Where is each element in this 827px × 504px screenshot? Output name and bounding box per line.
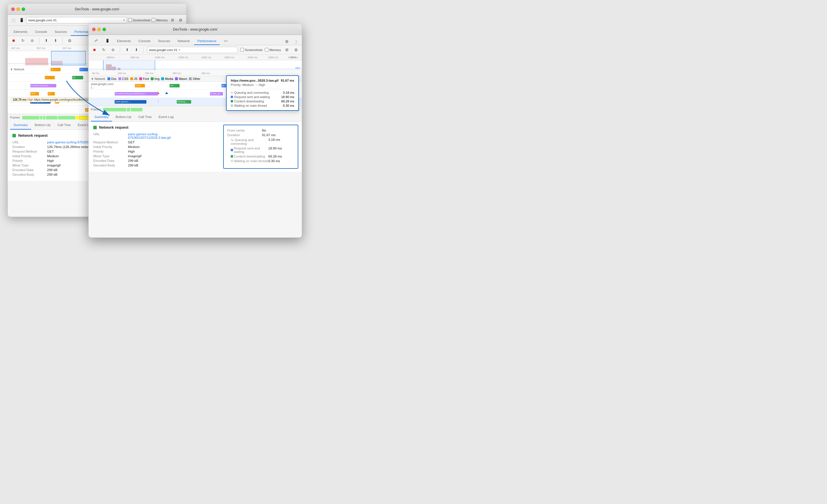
settings-icon-back[interactable]: ⚙ [177, 17, 184, 24]
memory-checkbox[interactable]: Memory [152, 18, 168, 22]
memory-checkbox-front[interactable]: Memory [265, 48, 281, 52]
front-bar-paris[interactable]: paris-games-... [115, 100, 146, 104]
inspect-icon[interactable]: ⬚ [10, 17, 17, 24]
url-value-front-2[interactable]: 6753651837110528.3-law.gif [128, 136, 171, 139]
title-bar-front: DevTools - www.google.com/ [89, 24, 302, 35]
frames-label-back: Frames [10, 116, 20, 119]
mime-value-front: image/gif [128, 154, 142, 158]
front-bar-mcdos[interactable]: m=cdos,hsm,jsa,mb4ZUb,d,c... [115, 92, 158, 96]
legend-css: CSS [118, 77, 129, 80]
record-icon-back[interactable]: ⏺ [10, 37, 17, 44]
tab-sources-back[interactable]: Sources [51, 28, 70, 36]
net-bar-cb[interactable]: cb... [72, 76, 83, 79]
ruler-2489: 2489 ms [201, 56, 211, 59]
tooltip-priority-front: Priority: Medium → High [231, 83, 294, 87]
encoded-value-back: 299 kB [47, 168, 57, 172]
sub-389: 389 ms [173, 72, 181, 75]
net-bar-af2[interactable]: AF2... [30, 92, 39, 96]
calltree-tab-back[interactable]: Call Tree [54, 121, 74, 129]
tab-inspect-front[interactable]: ☍ [91, 37, 101, 45]
network-icon[interactable]: ⊞ [169, 17, 176, 24]
address-bar-front[interactable]: www.google.com #1 ▾ [147, 47, 238, 53]
network-request-header-front: Network request [93, 125, 218, 129]
net-bar-rs[interactable]: rs... [51, 68, 61, 71]
tooltip-request-row: Request sent and waiting 18.90 ms [231, 95, 294, 99]
decoded-row-front: Decoded Body 299 kB [93, 164, 218, 167]
perf-settings-icon-back[interactable]: ⚙ [66, 37, 73, 44]
download-icon-back[interactable]: ⬇ [52, 37, 59, 44]
legend-img: Img [151, 77, 160, 80]
front-bar-msbwi[interactable]: m=sb_wi... [210, 92, 223, 96]
net-bar-g[interactable]: G... [80, 68, 88, 71]
record-icon-front[interactable]: ⏺ [91, 47, 98, 53]
encoded-row-front: Encoded Data 299 kB [93, 159, 218, 162]
settings-icon-dt-front[interactable]: ⚙ [283, 38, 290, 45]
ruler-3989: 3989 ms [268, 56, 278, 59]
tab-network-front[interactable]: Network [174, 38, 193, 45]
window-title-front: DevTools - www.google.com/ [173, 27, 217, 32]
screenshots-checkbox[interactable]: Screenshots [128, 18, 150, 22]
queuing-value-detail: 3.18 ms [268, 138, 280, 146]
tab-performance-front[interactable]: Performance [194, 38, 220, 45]
minimize-button-front[interactable] [97, 28, 101, 31]
summary-tab-front[interactable]: Summary [91, 113, 112, 121]
bottomup-tab-back[interactable]: Bottom-Up [31, 121, 54, 129]
front-bar-desktop[interactable]: desktop_... [177, 100, 191, 104]
legend-js: JS [130, 77, 138, 80]
tab-console-back[interactable]: Console [32, 28, 51, 36]
tab-sources-front[interactable]: Sources [154, 38, 174, 45]
url-value-front-1[interactable]: paris-games-surfing- [128, 132, 171, 136]
more-icon-front[interactable]: ⋮ [293, 38, 299, 45]
clear-icon-back[interactable]: ⊘ [29, 37, 36, 44]
tab-device-front[interactable]: 📱 [102, 37, 113, 45]
summary-tab-back[interactable]: Summary [10, 121, 31, 129]
maximize-button-back[interactable] [22, 7, 25, 11]
net-bar-r2[interactable]: r... [45, 76, 55, 79]
front-bar-cb[interactable]: cb=... [169, 84, 180, 88]
net-bar-cr[interactable]: Cr... [48, 92, 55, 96]
encoded-label-front: Encoded Data [93, 159, 128, 162]
upload-icon-back[interactable]: ⬆ [43, 37, 50, 44]
mime-label-front: Mime Type [93, 154, 128, 158]
green-indicator-front [93, 126, 97, 129]
eventlog-tab-front[interactable]: Event Log [155, 113, 177, 121]
bottomup-tab-front[interactable]: Bottom-Up [112, 113, 135, 121]
close-button-front[interactable] [92, 28, 96, 31]
address-dropdown[interactable]: ▾ [123, 18, 125, 22]
calltree-tab-front[interactable]: Call Tree [135, 113, 155, 121]
cpu-text: CPU [290, 56, 296, 59]
window-title-back: DevTools - www.google.com/ [75, 7, 119, 11]
upload-icon-front[interactable]: ⬆ [124, 47, 131, 53]
close-button-back[interactable] [11, 7, 15, 11]
front-bar-rs[interactable]: rs=A... [135, 84, 145, 88]
device-icon[interactable]: 📱 [18, 17, 25, 24]
url-row-front: URL paris-games-surfing- 675365183711052… [93, 132, 218, 139]
summary-content-front: Network request URL paris-games-surfing-… [89, 122, 223, 172]
tab-more-front[interactable]: >> [220, 38, 231, 45]
perf-settings-icon-front[interactable]: ⚙ [293, 47, 299, 53]
waiting-value-detail: 0.30 ms [268, 159, 280, 163]
init-priority-label-back: Initial Priority [12, 154, 47, 158]
tooltip-url-front: https://www.goo...0528.3-law.gif 91.67 m… [231, 79, 294, 82]
method-value-back: GET [47, 150, 54, 153]
init-priority-value-front: Medium [128, 145, 140, 149]
refresh-icon-front[interactable]: ↻ [100, 47, 107, 53]
clear-icon-front[interactable]: ⊘ [109, 47, 116, 53]
legend-media: Media [161, 77, 173, 80]
tab-console-front[interactable]: Console [135, 38, 154, 45]
tab-elements-front[interactable]: Elements [113, 38, 134, 45]
screenshots-checkbox-front[interactable]: Screenshots [240, 48, 262, 52]
tab-elements-back[interactable]: Elements [10, 28, 31, 36]
net-bar-mcdos[interactable]: m=cdos,hsm,jsa,... [30, 84, 56, 88]
request-row-detail: Request sent and waiting 18.90 ms [231, 147, 294, 154]
address-dropdown-front[interactable]: ▾ [179, 48, 180, 52]
address-bar-back[interactable]: www.google.com #1 ▾ [26, 17, 127, 23]
download-icon-front[interactable]: ⬇ [133, 47, 140, 53]
maximize-button-front[interactable] [102, 28, 106, 31]
minimize-button-back[interactable] [16, 7, 20, 11]
sub-89: 89 ms [92, 72, 99, 75]
network-icon-front[interactable]: ⊞ [283, 47, 290, 53]
duration-label-back: Duration [12, 145, 47, 149]
refresh-icon-back[interactable]: ↻ [19, 37, 26, 44]
encoded-label-back: Encoded Data [12, 168, 47, 172]
